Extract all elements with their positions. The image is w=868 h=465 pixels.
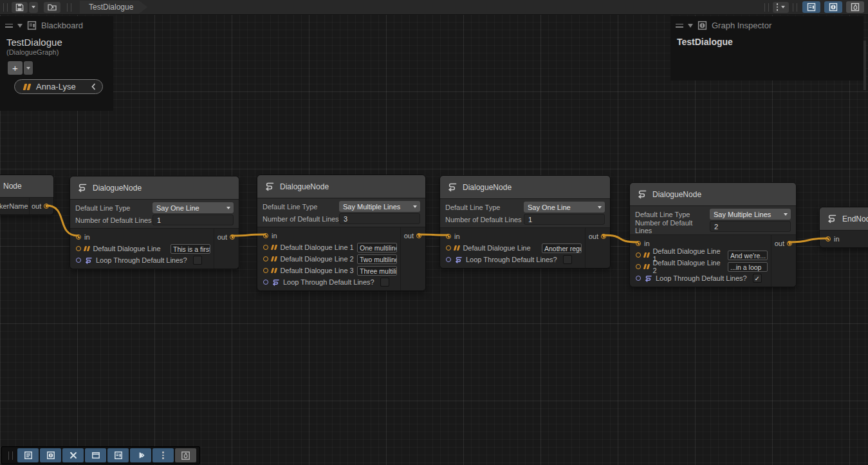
quote-icon <box>84 246 91 251</box>
inspector-toggle-button[interactable] <box>40 448 61 462</box>
save-dropdown-button[interactable] <box>29 2 38 13</box>
in-port[interactable] <box>826 236 831 242</box>
node-title-bar[interactable]: DialogueNode <box>70 176 239 200</box>
num-lines-input[interactable]: 2 <box>710 221 791 232</box>
dialogue-node[interactable]: DialogueNode Default Line Type Say Multi… <box>257 175 426 291</box>
blackboard-toggle-button[interactable] <box>107 448 129 462</box>
loop-checkbox[interactable] <box>753 274 762 283</box>
blackboard-field-name: Anna-Lyse <box>36 82 86 91</box>
dialogue-line-port[interactable] <box>636 264 641 269</box>
dialogue-node[interactable]: DialogueNode Default Line Type Say One L… <box>69 176 239 269</box>
out-port-label: out <box>217 233 227 241</box>
dialogue-line-port[interactable] <box>636 252 641 258</box>
loop-checkbox[interactable] <box>193 256 202 265</box>
add-property-button[interactable]: + <box>8 61 23 75</box>
dialogue-node[interactable]: DialogueNode Default Line Type Say Multi… <box>629 182 797 287</box>
in-port[interactable] <box>76 234 81 240</box>
dialogue-line-input[interactable]: This is a first <box>171 244 210 254</box>
window-icon <box>91 451 100 460</box>
num-lines-input[interactable]: 1 <box>152 214 234 225</box>
line-type-dropdown[interactable]: Say One Line <box>152 202 234 213</box>
panel-resize-handle[interactable] <box>863 41 866 90</box>
dialogue-line-input[interactable]: Two multiline <box>357 254 397 264</box>
drag-handle-icon[interactable] <box>5 24 13 28</box>
collapse-arrow-icon[interactable] <box>17 24 23 28</box>
log-toggle-button[interactable] <box>17 448 39 462</box>
out-port[interactable] <box>44 204 49 209</box>
node-title-bar[interactable]: Node <box>0 175 53 198</box>
collapse-arrow-icon[interactable] <box>688 24 693 28</box>
dialogue-line-port[interactable] <box>263 256 268 261</box>
num-lines-input[interactable]: 3 <box>339 213 420 224</box>
loop-port[interactable] <box>76 258 81 263</box>
drag-handle-icon[interactable] <box>676 24 683 28</box>
node-title-bar[interactable]: DialogueNode <box>257 175 425 198</box>
dialogue-line-input[interactable]: Three multili <box>357 266 397 276</box>
blackboard-toggle-button[interactable] <box>802 1 820 13</box>
loop-flow-icon <box>644 275 652 282</box>
out-port[interactable] <box>787 241 792 246</box>
open-asset-button[interactable] <box>44 2 60 13</box>
node-title-bar[interactable]: DialogueNode <box>440 176 610 199</box>
overflow-menu-button[interactable] <box>773 2 790 13</box>
prop-label: Default Line Type <box>263 203 339 211</box>
dialogue-line-port[interactable] <box>263 245 268 250</box>
line-type-dropdown[interactable]: Say Multiple Lines <box>339 201 420 212</box>
loop-checkbox[interactable] <box>563 255 572 264</box>
play-toggle-button[interactable] <box>130 448 151 462</box>
port-label: Default Dialogue Line 2 <box>652 259 725 274</box>
add-property-dropdown-button[interactable] <box>24 61 33 75</box>
prop-label: Number of Default Lines <box>263 215 339 223</box>
prop-label: Default Line Type <box>635 211 710 218</box>
dialogue-line-input[interactable]: ...in a loop <box>728 262 768 272</box>
out-port[interactable] <box>416 233 421 238</box>
dialogue-line-input[interactable]: One multiline <box>357 243 397 252</box>
start-node[interactable]: Node kerName out <box>0 175 54 215</box>
toolbar-separator <box>764 3 770 12</box>
dialogue-line-input[interactable]: Another regu <box>542 243 582 253</box>
inspector-toggle-button[interactable] <box>824 1 842 13</box>
quote-icon <box>23 84 32 90</box>
dialogue-line-port[interactable] <box>76 246 81 251</box>
toolbar-separator <box>3 3 8 12</box>
node-title-bar[interactable]: DialogueNode <box>630 183 796 206</box>
end-node[interactable]: EndNode in <box>819 207 868 248</box>
in-port-label: in <box>454 232 460 240</box>
quill-toggle-button[interactable] <box>846 1 864 13</box>
quill-toggle-button[interactable] <box>175 448 196 462</box>
out-port[interactable] <box>601 234 606 239</box>
dropdown-value: Say One Line <box>156 204 199 212</box>
blackboard-header[interactable]: Blackboard <box>0 16 113 33</box>
toolbar-separator <box>66 3 72 12</box>
dialogue-line-port[interactable] <box>263 268 268 273</box>
blackboard-field[interactable]: Anna-Lyse <box>14 79 103 94</box>
loop-checkbox[interactable] <box>380 278 389 287</box>
chevron-down-icon <box>32 6 35 8</box>
in-port[interactable] <box>446 234 451 239</box>
prop-label: Number of Default Lines <box>75 216 152 224</box>
loop-port[interactable] <box>263 280 268 285</box>
save-button[interactable] <box>12 2 28 13</box>
graph-inspector-header[interactable]: Graph Inspector <box>670 16 863 33</box>
port-label: kerName <box>0 202 28 210</box>
out-port[interactable] <box>230 234 235 240</box>
dialogue-line-port[interactable] <box>446 245 451 251</box>
dialogue-node[interactable]: DialogueNode Default Line Type Say One L… <box>439 175 611 269</box>
loop-flow-icon <box>454 256 463 263</box>
loop-port[interactable] <box>636 276 641 281</box>
info-icon <box>697 21 707 30</box>
dialogue-line-input[interactable]: And we're... <box>728 251 768 260</box>
num-lines-input[interactable]: 1 <box>524 214 605 225</box>
tools-toggle-button[interactable] <box>62 448 84 462</box>
line-type-dropdown[interactable]: Say One Line <box>524 202 605 213</box>
tools-icon <box>69 451 78 460</box>
overflow-menu-button[interactable] <box>152 448 174 462</box>
breadcrumb-tab[interactable]: TestDialogue <box>80 1 147 14</box>
line-type-dropdown[interactable]: Say Multiple Lines <box>710 209 791 220</box>
in-port[interactable] <box>263 233 268 238</box>
chevron-left-icon[interactable] <box>91 83 96 90</box>
in-port[interactable] <box>636 241 641 246</box>
node-title-bar[interactable]: EndNode <box>820 207 868 231</box>
window-toggle-button[interactable] <box>85 448 106 462</box>
loop-port[interactable] <box>446 257 451 262</box>
